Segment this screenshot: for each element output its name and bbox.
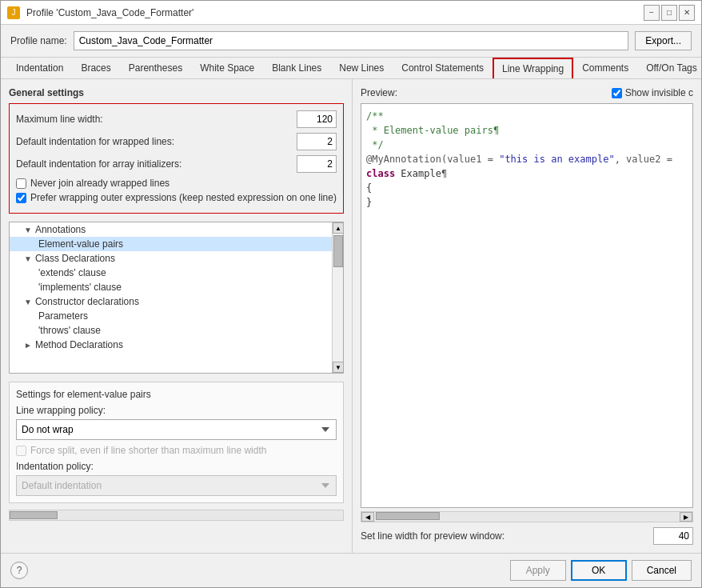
force-split-label: Force split, even if line shorter than m… xyxy=(30,445,266,456)
profile-name-input[interactable] xyxy=(74,31,629,50)
profile-name-label: Profile name: xyxy=(10,35,67,46)
preview-scrollbar[interactable]: ◀ ▶ xyxy=(361,511,693,522)
tree-item-element-value-pairs[interactable]: Element-value pairs xyxy=(10,237,332,251)
tree-item-annotations[interactable]: ▼ Annotations xyxy=(10,222,332,237)
tabs-row: Indentation Braces Parentheses White Spa… xyxy=(1,58,701,79)
tab-blank-lines[interactable]: Blank Lines xyxy=(263,58,330,79)
prefer-wrapping-label: Prefer wrapping outer expressions (keep … xyxy=(30,192,337,203)
tab-off-on-tags[interactable]: Off/On Tags xyxy=(637,58,701,79)
tree-item-class-declarations[interactable]: ▼ Class Declarations xyxy=(10,251,332,266)
preview-scroll-left-button[interactable]: ◀ xyxy=(361,512,374,522)
scroll-thumb[interactable] xyxy=(333,235,343,267)
never-join-label: Never join already wrapped lines xyxy=(30,178,170,189)
show-invisible-row: Show invisible c xyxy=(612,87,693,98)
tree-container: ▼ Annotations Element-value pairs ▼ Clas… xyxy=(9,222,344,374)
minimize-button[interactable]: − xyxy=(644,5,660,21)
expand-icon: ▼ xyxy=(24,254,32,263)
scroll-up-button[interactable]: ▲ xyxy=(333,222,344,234)
expand-icon: ► xyxy=(24,341,32,350)
max-line-width-row: Maximum line width: xyxy=(16,110,337,128)
line-wrapping-policy-label: Line wrapping policy: xyxy=(16,405,337,416)
default-indent-wrapped-row: Default indentation for wrapped lines: xyxy=(16,133,337,150)
tab-control-statements[interactable]: Control Statements xyxy=(393,58,493,79)
settings-section: Settings for element-value pairs Line wr… xyxy=(9,382,344,503)
code-line-6: { xyxy=(366,181,688,195)
preview-header: Preview: Show invisible c xyxy=(361,87,693,98)
indentation-policy-label: Indentation policy: xyxy=(16,461,337,472)
maximize-button[interactable]: □ xyxy=(661,5,677,21)
general-settings-header: General settings xyxy=(9,87,344,98)
tab-parentheses[interactable]: Parentheses xyxy=(120,58,191,79)
never-join-checkbox[interactable] xyxy=(16,178,26,189)
default-indent-wrapped-label: Default indentation for wrapped lines: xyxy=(16,136,297,147)
preview-scroll-track xyxy=(374,512,680,522)
export-button[interactable]: Export... xyxy=(635,31,692,50)
right-panel: Preview: Show invisible c /** * Element-… xyxy=(353,79,701,553)
tab-new-lines[interactable]: New Lines xyxy=(330,58,393,79)
tree-item-throws-clause[interactable]: 'throws' clause xyxy=(10,323,332,338)
code-line-7: } xyxy=(366,195,688,210)
tree-item-parameters[interactable]: Parameters xyxy=(10,309,332,323)
bottom-buttons: Apply OK Cancel xyxy=(510,560,692,581)
tree-item-implements-clause[interactable]: 'implements' clause xyxy=(10,280,332,294)
code-line-4: @MyAnnotation(value1 = "this is an examp… xyxy=(366,152,688,166)
app-icon: J xyxy=(7,6,20,19)
tab-indentation[interactable]: Indentation xyxy=(7,58,72,79)
line-width-input[interactable] xyxy=(653,527,693,545)
title-bar-text: Profile 'Custom_Java_Code_Formatter' xyxy=(26,7,637,18)
scroll-track xyxy=(333,234,343,362)
title-bar: J Profile 'Custom_Java_Code_Formatter' −… xyxy=(1,1,701,25)
default-indent-array-input[interactable] xyxy=(297,155,337,173)
preview-box: /** * Element-value pairs¶ */ @MyAnnotat… xyxy=(361,103,693,508)
show-invisible-label: Show invisible c xyxy=(625,87,693,98)
default-indent-array-row: Default indentation for array initialize… xyxy=(16,155,337,173)
code-line-1: /** xyxy=(366,109,688,123)
line-width-row: Set line width for preview window: xyxy=(361,527,693,545)
expand-icon: ▼ xyxy=(24,298,32,306)
bottom-bar: ? Apply OK Cancel xyxy=(1,553,701,587)
code-line-3: */ xyxy=(366,138,688,152)
tree-items: ▼ Annotations Element-value pairs ▼ Clas… xyxy=(10,222,332,373)
scroll-down-button[interactable]: ▼ xyxy=(333,362,344,373)
line-width-label: Set line width for preview window: xyxy=(361,530,647,542)
never-join-row: Never join already wrapped lines xyxy=(16,178,337,189)
default-indent-array-label: Default indentation for array initialize… xyxy=(16,158,297,170)
scrollbar-thumb[interactable] xyxy=(10,511,58,519)
max-line-width-label: Maximum line width: xyxy=(16,114,297,125)
left-panel: General settings Maximum line width: Def… xyxy=(1,79,353,553)
prefer-wrapping-checkbox[interactable] xyxy=(16,193,26,203)
help-button[interactable]: ? xyxy=(10,562,28,579)
default-indent-wrapped-input[interactable] xyxy=(297,133,337,150)
preview-scrollbar-thumb[interactable] xyxy=(376,512,440,520)
settings-section-title: Settings for element-value pairs xyxy=(16,389,337,400)
dialog: J Profile 'Custom_Java_Code_Formatter' −… xyxy=(0,0,702,588)
code-line-2: * Element-value pairs¶ xyxy=(366,123,688,138)
tree-item-method-declarations[interactable]: ► Method Declarations xyxy=(10,338,332,352)
profile-row: Profile name: Export... xyxy=(1,25,701,58)
show-invisible-checkbox[interactable] xyxy=(612,88,622,98)
general-settings-box: Maximum line width: Default indentation … xyxy=(9,103,344,214)
force-split-row: Force split, even if line shorter than m… xyxy=(16,445,337,456)
tab-comments[interactable]: Comments xyxy=(573,58,637,79)
apply-button[interactable]: Apply xyxy=(510,560,566,581)
preview-label: Preview: xyxy=(361,87,397,98)
tab-braces[interactable]: Braces xyxy=(72,58,119,79)
close-button[interactable]: ✕ xyxy=(679,5,695,21)
title-bar-controls: − □ ✕ xyxy=(644,5,695,21)
tree-scrollbar: ▲ ▼ xyxy=(332,222,343,373)
max-line-width-input[interactable] xyxy=(297,110,337,128)
tree-item-extends-clause[interactable]: 'extends' clause xyxy=(10,266,332,280)
ok-button[interactable]: OK xyxy=(571,560,627,581)
tab-line-wrapping[interactable]: Line Wrapping xyxy=(493,58,573,79)
tree-item-constructor-declarations[interactable]: ▼ Constructor declarations xyxy=(10,294,332,309)
force-split-checkbox[interactable] xyxy=(16,446,26,456)
prefer-wrapping-row: Prefer wrapping outer expressions (keep … xyxy=(16,192,337,203)
cancel-button[interactable]: Cancel xyxy=(632,560,692,581)
indentation-policy-select[interactable]: Default indentation Indent on column For… xyxy=(16,475,337,496)
code-line-5: class Example¶ xyxy=(366,166,688,181)
line-wrapping-policy-select[interactable]: Do not wrap Wrap when necessary Always w… xyxy=(16,419,337,440)
preview-scroll-right-button[interactable]: ▶ xyxy=(680,512,692,522)
horizontal-scrollbar[interactable] xyxy=(9,510,344,521)
expand-icon: ▼ xyxy=(24,226,32,234)
tab-white-space[interactable]: White Space xyxy=(191,58,263,79)
